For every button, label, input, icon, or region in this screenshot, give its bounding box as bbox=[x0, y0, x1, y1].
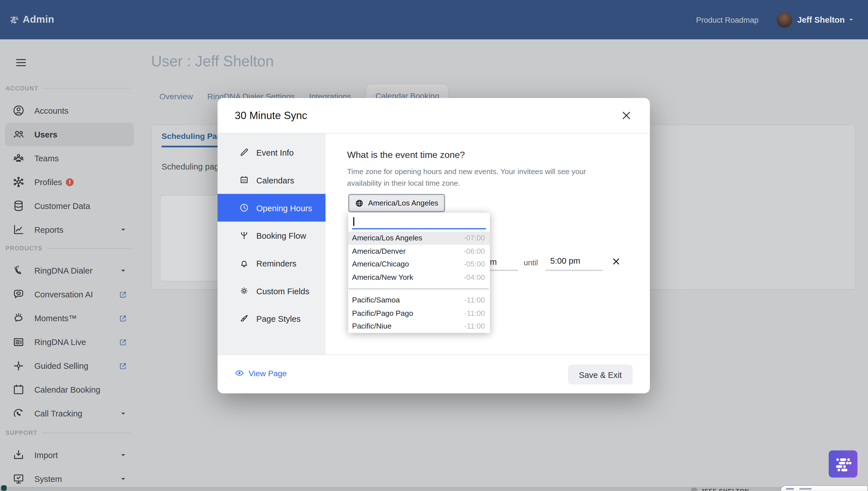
timezone-search-input[interactable] bbox=[352, 215, 486, 229]
modal-nav-item[interactable]: Custom Fields bbox=[218, 277, 326, 305]
timezone-option[interactable]: Pacific/Pago Pago -11:00 bbox=[348, 307, 490, 320]
remove-hours-row-icon[interactable] bbox=[611, 257, 621, 266]
timezone-name: Pacific/Pago Pago bbox=[352, 309, 464, 317]
timezone-name: America/Chicago bbox=[352, 260, 464, 268]
flow-icon bbox=[239, 230, 249, 240]
database-icon bbox=[12, 199, 25, 212]
sidebar-item[interactable]: Accounts bbox=[5, 99, 134, 122]
sidebar-item-label: Import bbox=[34, 451, 58, 460]
timezone-name: America/Los Angeles bbox=[352, 234, 464, 242]
chat-icon bbox=[12, 288, 25, 301]
close-icon[interactable] bbox=[620, 109, 633, 122]
support-launcher-button[interactable] bbox=[829, 451, 858, 478]
sidebar-item[interactable]: RingDNA Live bbox=[5, 330, 134, 354]
sidebar-item[interactable]: Import bbox=[5, 443, 134, 467]
sidebar-item[interactable]: Teams bbox=[5, 146, 134, 170]
user-menu-chevron-icon[interactable] bbox=[847, 16, 855, 23]
sidebar-item-label: Accounts bbox=[34, 106, 68, 115]
sidebar-item[interactable]: Profiles ! bbox=[5, 170, 134, 194]
user-avatar[interactable] bbox=[777, 12, 793, 28]
modal-nav-label: Opening Hours bbox=[256, 203, 312, 212]
timezone-select-label: America/Los Angeles bbox=[368, 199, 438, 207]
timezone-offset: -11:00 bbox=[464, 322, 485, 330]
panel-text-fragment: Scheduling pag bbox=[162, 162, 219, 171]
modal-nav-item[interactable]: Event Info bbox=[218, 139, 326, 166]
external-link-icon bbox=[118, 362, 127, 370]
sidebar-item[interactable]: Call Tracking bbox=[5, 402, 134, 426]
sidebar-item-label: Conversation AI bbox=[34, 290, 93, 299]
sidebar-item[interactable]: Conversation AI bbox=[5, 283, 134, 307]
sidebar-item[interactable]: RingDNA Dialer bbox=[5, 259, 134, 283]
sidebar-item-label: Customer Data bbox=[34, 201, 90, 210]
modal-nav-item[interactable]: Booking Flow bbox=[218, 222, 326, 250]
sidebar-item[interactable]: Customer Data bbox=[5, 194, 134, 218]
timezone-select-button[interactable]: America/Los Angeles bbox=[348, 194, 445, 212]
section-divider bbox=[47, 248, 131, 248]
page-tab-label: Overview bbox=[159, 92, 193, 100]
sidebar-item-label: System bbox=[34, 474, 62, 484]
modal-nav-label: Reminders bbox=[256, 259, 297, 268]
sidebar-toggle-button[interactable] bbox=[14, 56, 28, 69]
timezone-question: What is the event time zone? bbox=[347, 150, 465, 160]
move-icon bbox=[12, 359, 25, 372]
modal-nav-item[interactable]: Calendars bbox=[218, 166, 326, 194]
modal-nav: Event Info Calendars Opening Hours Booki… bbox=[218, 134, 326, 355]
timezone-option[interactable]: America/New York -04:00 bbox=[348, 271, 490, 284]
system-icon bbox=[12, 472, 25, 485]
text-caret bbox=[353, 217, 354, 226]
view-page-link[interactable]: View Page bbox=[235, 368, 287, 378]
timezone-option[interactable]: America/Los Angeles -07:00 bbox=[348, 232, 490, 244]
moments-icon bbox=[12, 312, 25, 325]
timezone-name: Pacific/Niue bbox=[352, 322, 464, 330]
tab-scheduling-page[interactable]: Scheduling Page bbox=[162, 132, 226, 141]
timezone-offset: -11:00 bbox=[464, 296, 485, 304]
timezone-name: America/New York bbox=[352, 273, 464, 281]
timezone-option[interactable]: Pacific/Niue -11:00 bbox=[348, 320, 490, 333]
timezone-dropdown: America/Los Angeles -07:00 America/Denve… bbox=[348, 212, 490, 333]
app-root: Admin Product Roadmap Jeff Shelton ACCOU… bbox=[0, 0, 868, 491]
end-time-input[interactable]: 5:00 pm bbox=[550, 256, 580, 265]
modal-nav-label: Page Styles bbox=[256, 314, 301, 323]
user-menu[interactable]: Jeff Shelton bbox=[797, 15, 845, 24]
modal-nav-item[interactable]: Page Styles bbox=[218, 305, 326, 333]
top-navbar: Admin Product Roadmap Jeff Shelton bbox=[0, 0, 868, 39]
modal-nav-item[interactable]: Opening Hours bbox=[218, 194, 326, 222]
sidebar-section-products: PRODUCTS RingDNA Dialer Conversation AI … bbox=[0, 242, 137, 426]
timezone-option[interactable]: Pacific/Samoa -11:00 bbox=[348, 294, 490, 307]
timezone-option[interactable]: America/Denver -06:00 bbox=[348, 244, 490, 258]
product-roadmap-link[interactable]: Product Roadmap bbox=[696, 15, 758, 24]
timezone-option[interactable]: America/Chicago -05:00 bbox=[348, 258, 490, 271]
sidebar-item[interactable]: Guided Selling bbox=[5, 354, 134, 378]
start-time-input-fragment[interactable]: m bbox=[490, 257, 497, 266]
save-exit-button[interactable]: Save & Exit bbox=[568, 365, 633, 384]
chevron-down-icon bbox=[119, 409, 127, 417]
chevron-down-icon bbox=[119, 475, 127, 483]
timezone-name: Pacific/Samoa bbox=[352, 296, 464, 304]
section-divider bbox=[43, 88, 131, 88]
chevron-down-icon bbox=[119, 225, 127, 234]
sidebar-item[interactable]: Moments™ bbox=[5, 307, 134, 330]
sidebar-item-label: Teams bbox=[34, 153, 59, 163]
timezone-offset: -06:00 bbox=[464, 247, 485, 255]
bottom-user-name-fragment: JEFF SHELTON bbox=[701, 488, 749, 491]
sidebar-item[interactable]: Users bbox=[5, 122, 134, 146]
modal-nav-item[interactable]: Reminders bbox=[218, 249, 326, 277]
timezone-offset: -05:00 bbox=[464, 260, 485, 268]
sidebar-item[interactable]: Reports bbox=[5, 218, 134, 241]
pencil-icon bbox=[239, 147, 249, 157]
hub-icon bbox=[12, 175, 25, 188]
calendar-icon bbox=[12, 383, 25, 396]
sidebar-item-label: Calendar Booking bbox=[34, 385, 100, 394]
chevron-down-icon bbox=[119, 266, 127, 275]
phone-icon bbox=[12, 264, 25, 277]
timezone-name: America/Denver bbox=[352, 247, 464, 255]
chevron-down-icon bbox=[119, 451, 127, 459]
alert-badge: ! bbox=[66, 178, 74, 186]
page-tab[interactable]: Overview bbox=[159, 92, 193, 100]
section-divider bbox=[42, 432, 131, 433]
brand[interactable]: Admin bbox=[9, 14, 54, 26]
bottom-text-fragment bbox=[800, 488, 812, 490]
page-title: User : Jeff Shelton bbox=[151, 53, 274, 70]
newspaper-icon bbox=[12, 336, 25, 348]
sidebar-item[interactable]: Calendar Booking bbox=[5, 378, 134, 402]
